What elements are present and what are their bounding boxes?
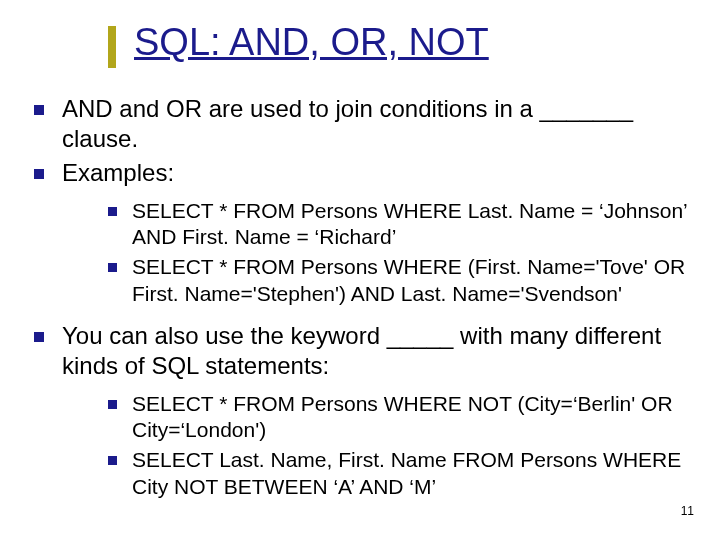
bullet-1: AND and OR are used to join conditions i…	[24, 94, 696, 154]
slide: SQL: AND, OR, NOT AND and OR are used to…	[0, 0, 720, 540]
bullet-3: You can also use the keyword _____ with …	[24, 321, 696, 500]
bullet-2-sub-1: SELECT * FROM Persons WHERE Last. Name =…	[62, 198, 696, 251]
bullet-3-sub-2: SELECT Last. Name, First. Name FROM Pers…	[62, 447, 696, 500]
page-number: 11	[681, 504, 694, 518]
bullet-list-level1: AND and OR are used to join conditions i…	[24, 94, 696, 500]
bullet-2: Examples: SELECT * FROM Persons WHERE La…	[24, 158, 696, 307]
bullet-2-sub-2: SELECT * FROM Persons WHERE (First. Name…	[62, 254, 696, 307]
slide-content: AND and OR are used to join conditions i…	[24, 94, 696, 500]
bullet-3-text: You can also use the keyword _____ with …	[62, 322, 661, 379]
title-accent-bar	[108, 26, 116, 68]
bullet-3-sublist: SELECT * FROM Persons WHERE NOT (City=‘B…	[62, 391, 696, 500]
bullet-2-text: Examples:	[62, 159, 174, 186]
slide-title: SQL: AND, OR, NOT	[134, 22, 489, 68]
title-row: SQL: AND, OR, NOT	[108, 22, 696, 68]
bullet-2-sublist: SELECT * FROM Persons WHERE Last. Name =…	[62, 198, 696, 307]
bullet-3-sub-1: SELECT * FROM Persons WHERE NOT (City=‘B…	[62, 391, 696, 444]
